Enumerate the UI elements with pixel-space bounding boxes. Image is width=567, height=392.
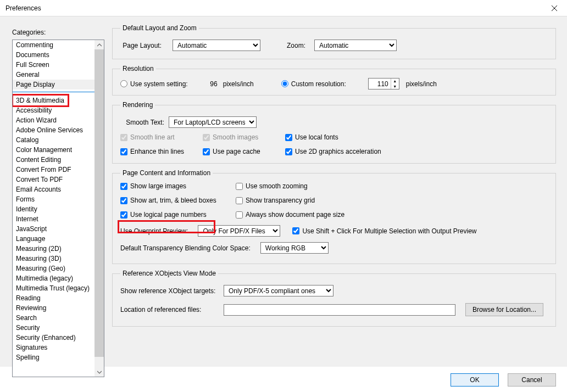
zoom-label: Zoom: [281, 42, 305, 49]
category-item[interactable]: Measuring (3D) [13, 254, 94, 264]
browse-location-button[interactable]: Browse for Location... [465, 303, 543, 316]
category-item[interactable]: Documents [13, 50, 94, 60]
group-xobjects: Reference XObjects View Mode Show refere… [112, 270, 556, 327]
category-item[interactable]: Page Display [13, 80, 94, 89]
categories-label: Categories: [12, 29, 46, 36]
xobj-targets-select[interactable]: Only PDF/X-5 compliant ones [224, 285, 333, 296]
category-item[interactable]: Measuring (Geo) [13, 264, 94, 273]
scrollbar-thumb[interactable] [94, 49, 104, 357]
category-item[interactable]: Full Screen [13, 60, 94, 70]
group-resolution: Resolution Use system setting: 96 pixels… [112, 65, 556, 96]
category-item[interactable]: Forms [13, 194, 94, 204]
legend-rendering: Rendering [120, 101, 155, 109]
legend-layout: Default Layout and Zoom [120, 24, 199, 32]
overprint-select[interactable]: Only For PDF/X Files [198, 225, 280, 237]
category-item[interactable]: General [13, 70, 94, 80]
category-item[interactable]: Multimedia Trust (legacy) [13, 283, 94, 293]
smooth-text-label: Smooth Text: [120, 119, 164, 126]
blend-space-label: Default Transparency Blending Color Spac… [120, 244, 251, 252]
show-transparency-grid-check[interactable]: Show transparency grid [236, 197, 548, 204]
chevron-down-icon [97, 370, 102, 374]
use-system-setting-radio[interactable]: Use system setting: [120, 80, 188, 88]
custom-ppi-spinner[interactable]: ▲▼ [368, 78, 399, 89]
close-icon [552, 5, 557, 11]
system-ppi-value: 96 [190, 80, 218, 88]
smooth-text-select[interactable]: For Laptop/LCD screens [169, 116, 257, 128]
show-art-trim-bleed-check[interactable]: Show art, trim, & bleed boxes [120, 197, 236, 204]
use-2d-accel-check[interactable]: Use 2D graphics acceleration [285, 148, 548, 155]
custom-ppi-input[interactable] [369, 79, 391, 89]
show-large-images-check[interactable]: Show large images [120, 182, 236, 190]
cancel-button[interactable]: Cancel [508, 373, 556, 387]
spin-down[interactable]: ▼ [391, 84, 399, 89]
use-local-fonts-check[interactable]: Use local fonts [285, 133, 548, 141]
category-item[interactable]: Reading [13, 293, 94, 303]
scrollbar[interactable] [94, 40, 104, 377]
category-item[interactable]: Security (Enhanced) [13, 333, 94, 343]
page-layout-label: Page Layout: [120, 42, 162, 49]
custom-ppi-unit: pixels/inch [406, 80, 437, 88]
category-item[interactable]: Reviewing [13, 303, 94, 313]
legend-page-content: Page Content and Information [120, 169, 213, 177]
page-layout-select[interactable]: Automatic [173, 40, 260, 51]
system-ppi-unit: pixels/inch [223, 80, 254, 88]
use-shift-click-check[interactable]: Use Shift + Click For Multiple Selection… [292, 227, 476, 235]
scroll-up-button[interactable] [94, 40, 104, 49]
close-button[interactable] [542, 0, 567, 16]
custom-resolution-radio[interactable]: Custom resolution: [281, 80, 346, 88]
use-logical-page-numbers-check[interactable]: Use logical page numbers [120, 211, 236, 219]
category-item[interactable]: Identity [13, 204, 94, 214]
category-item[interactable]: Convert To PDF [13, 175, 94, 184]
scroll-down-button[interactable] [94, 367, 104, 377]
group-default-layout: Default Layout and Zoom Page Layout: Aut… [112, 24, 556, 59]
group-page-content: Page Content and Information Show large … [112, 169, 556, 264]
category-item[interactable]: Content Editing [13, 155, 94, 165]
legend-xobjects: Reference XObjects View Mode [120, 270, 218, 277]
xobj-location-label: Location of referenced files: [120, 306, 219, 313]
category-item[interactable]: Accessibility [13, 105, 94, 115]
category-item[interactable]: Spelling [13, 352, 94, 362]
titlebar: Preferences [0, 0, 567, 16]
category-item[interactable]: Search [13, 313, 94, 323]
category-item[interactable]: Multimedia (legacy) [13, 273, 94, 283]
category-item[interactable]: Language [13, 234, 94, 244]
category-item[interactable]: Commenting [13, 40, 94, 50]
smooth-line-art-check: Smooth line art [120, 133, 203, 141]
always-show-doc-page-size-check[interactable]: Always show document page size [236, 211, 548, 219]
xobj-targets-label: Show reference XObject targets: [120, 287, 219, 295]
category-item[interactable]: Email Accounts [13, 184, 94, 194]
chevron-up-icon [97, 43, 102, 47]
category-item[interactable]: Adobe Online Services [13, 125, 94, 135]
spin-up[interactable]: ▲ [391, 79, 399, 84]
categories-listbox[interactable]: CommentingDocumentsFull ScreenGeneralPag… [12, 40, 104, 377]
category-item[interactable]: JavaScript [13, 224, 94, 234]
category-item[interactable]: 3D & Multimedia [13, 96, 94, 105]
category-item[interactable]: Color Management [13, 145, 94, 155]
xobj-location-field[interactable] [224, 304, 455, 316]
category-item[interactable]: Measuring (2D) [13, 244, 94, 254]
use-smooth-zooming-check[interactable]: Use smooth zooming [236, 182, 548, 190]
ok-button[interactable]: OK [451, 373, 499, 387]
zoom-select[interactable]: Automatic [314, 40, 397, 51]
category-item[interactable]: Internet [13, 214, 94, 224]
overprint-label: Use Overprint Preview: [120, 227, 188, 235]
enhance-thin-lines-check[interactable]: Enhance thin lines [120, 148, 203, 155]
legend-resolution: Resolution [120, 65, 156, 72]
use-page-cache-check[interactable]: Use page cache [203, 148, 285, 155]
group-rendering: Rendering Smooth Text: For Laptop/LCD sc… [112, 101, 556, 164]
window-title: Preferences [5, 4, 41, 12]
category-separator [13, 92, 94, 92]
category-item[interactable]: Convert From PDF [13, 165, 94, 175]
category-item[interactable]: Action Wizard [13, 115, 94, 125]
category-item[interactable]: Signatures [13, 343, 94, 352]
category-item[interactable]: Security [13, 323, 94, 333]
category-item[interactable]: Catalog [13, 135, 94, 145]
blend-space-select[interactable]: Working RGB [260, 242, 329, 254]
smooth-images-check: Smooth images [203, 133, 285, 141]
